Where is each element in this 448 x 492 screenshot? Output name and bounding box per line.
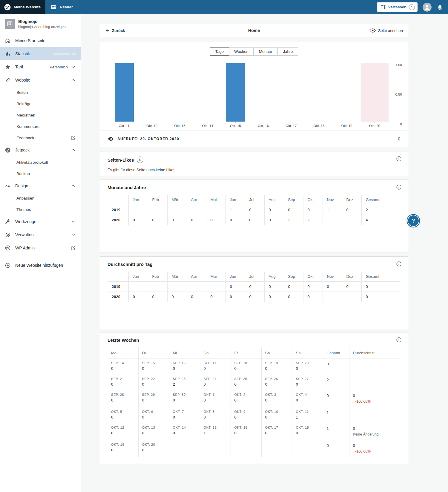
tab-wochen[interactable]: Wochen <box>229 47 254 56</box>
tab-monate[interactable]: Monate <box>253 47 278 56</box>
chart-column-okt-13[interactable] <box>166 63 194 122</box>
value-cell <box>206 205 225 215</box>
day-value: 0 <box>142 415 167 419</box>
sidebar-item-beiträge[interactable]: Beiträge <box>0 98 81 109</box>
value-cell: 0 <box>323 282 342 292</box>
compose-button[interactable]: Verfassen 1 <box>377 2 418 12</box>
view-page-label: Seite ansehen <box>378 28 403 33</box>
months-years-title: Monate und Jahre <box>108 185 146 190</box>
chart-column-okt-18[interactable] <box>305 63 333 122</box>
day-date: OKT. 5 <box>111 410 136 413</box>
column-header-fr: Fr <box>231 347 261 358</box>
sidebar-item-label: Aktivitätsprotokoll <box>16 160 48 165</box>
day-cell: OKT. 140 <box>169 423 200 440</box>
value-cell: 0 <box>284 282 303 292</box>
day-date: SEP. 14 <box>111 361 136 365</box>
sidebar-item-anpassen[interactable]: Anpassen <box>0 192 81 204</box>
chart-column-okt-15[interactable] <box>222 63 249 122</box>
column-header-mai: Mai <box>206 195 225 205</box>
bar-okt-15 <box>226 63 245 122</box>
compose-label: Verfassen <box>388 5 406 9</box>
view-page-link[interactable]: Seite ansehen <box>370 28 403 33</box>
sidebar-item-design[interactable]: Design <box>0 179 81 192</box>
site-switcher[interactable]: Blogmojo blogmojo.video.blog anzeigen <box>0 14 81 34</box>
masthead-reader[interactable]: Reader <box>45 0 78 14</box>
chart-column-okt-17[interactable] <box>277 63 305 122</box>
notifications-bell-icon[interactable] <box>437 4 443 10</box>
chart-column-okt-11[interactable] <box>110 63 138 122</box>
column-header-okt: Okt <box>303 195 323 205</box>
sidebar-item-wp-admin[interactable]: WP Admin <box>0 241 81 255</box>
back-label: Zurück <box>112 28 125 33</box>
sidebar-item-tarif[interactable]: TarifPersönlich <box>0 60 81 73</box>
sidebar-item-kommentare[interactable]: Kommentare <box>0 121 81 132</box>
sidebar-item-statistik[interactable]: Statistik <box>0 47 81 60</box>
day-value: 0 <box>142 382 167 387</box>
sidebar-item-werkzeuge[interactable]: Werkzeuge <box>0 215 81 228</box>
x-tick-label: Okt. 11 <box>110 122 138 128</box>
value-cell: 0 <box>245 292 264 302</box>
column-header-durchschnitt: Durchschnitt <box>349 347 401 358</box>
day-value[interactable]: 2 <box>173 382 198 387</box>
average-note: Keine Änderung <box>353 432 399 436</box>
value-cell: 0 <box>187 215 206 225</box>
day-date: SEP. 19 <box>265 361 290 365</box>
week-total-value: 0 <box>327 361 347 366</box>
site-subtitle[interactable]: blogmojo.video.blog anzeigen <box>18 25 66 29</box>
sidebar-item-backup[interactable]: Backup <box>0 168 81 179</box>
column-header-mär: Mär <box>167 272 187 282</box>
value-cell: 0 <box>148 292 167 302</box>
info-icon[interactable] <box>396 156 402 162</box>
sidebar-item-mediathek[interactable]: Mediathek <box>0 109 81 121</box>
column-header-so: So <box>292 347 323 358</box>
chevron-down-icon <box>70 64 76 70</box>
back-button[interactable]: Zurück <box>105 28 125 33</box>
day-date: SEP. 17 <box>204 361 229 365</box>
page-likes-card: Seiten-Likes 0 Es gibt für diese Seite n… <box>100 151 408 176</box>
sidebar-item-label: Backup <box>16 171 30 176</box>
value-cell: 0 <box>264 282 284 292</box>
day-cell: OKT. 200 <box>138 440 169 457</box>
value-cell <box>148 282 167 292</box>
day-cell: OKT. 90 <box>231 407 261 423</box>
chart-summary-row[interactable]: AUFRUFE: 20. OKTOBER 2020 0 <box>100 131 408 147</box>
sidebar-item-seiten[interactable]: Seiten <box>0 87 81 98</box>
sidebar-item-themes[interactable]: Themes <box>0 204 81 215</box>
day-value: 0 <box>173 398 198 402</box>
sidebar-item-label: Kommentare <box>16 124 39 129</box>
tab-tage[interactable]: Tage <box>210 47 229 56</box>
add-site-button[interactable]: Neue Website hinzufügen <box>0 259 81 272</box>
chart-column-okt-16[interactable] <box>249 63 277 122</box>
wordpress-logo-icon <box>4 4 11 11</box>
help-button[interactable]: ? <box>407 215 419 227</box>
cell-value[interactable]: 2 <box>308 218 310 222</box>
info-icon[interactable] <box>396 337 402 343</box>
value-cell <box>323 215 342 225</box>
chart-column-okt-19[interactable] <box>333 63 361 122</box>
sidebar-item-jetpack[interactable]: Jetpack <box>0 143 81 157</box>
info-icon[interactable] <box>396 261 402 267</box>
cell-value: 0 <box>230 284 232 289</box>
home-icon <box>5 38 11 44</box>
chart-column-okt-14[interactable] <box>194 63 222 122</box>
sidebar-item-label: Werkzeuge <box>15 219 36 224</box>
column-header-sep: Sep <box>284 195 303 205</box>
sidebar-item-meine-startseite[interactable]: Meine Startseite <box>0 34 81 47</box>
day-date: OKT. 8 <box>204 410 229 413</box>
table-row: SEP. 140SEP. 150SEP. 160SEP. 170SEP. 180… <box>108 358 401 374</box>
table-header-row: MoDiMiDoFrSaSoGesamtDurchschnitt <box>108 347 401 358</box>
chart-column-okt-12[interactable] <box>138 63 166 122</box>
sidebar-item-label: Meine Startseite <box>15 38 45 43</box>
avatar[interactable] <box>423 3 432 12</box>
recent-weeks-card: Letzte Wochen MoDiMiDoFrSaSoGesamtDurchs… <box>100 332 408 464</box>
sidebar-item-feedback[interactable]: Feedback <box>0 132 81 143</box>
chevron-down-icon <box>70 232 76 237</box>
tab-jahre[interactable]: Jahre <box>277 47 298 56</box>
info-icon[interactable] <box>396 184 402 190</box>
sidebar-item-aktivitätsprotokoll[interactable]: Aktivitätsprotokoll <box>0 157 81 168</box>
cell-value[interactable]: 2 <box>288 218 290 222</box>
sidebar-item-verwalten[interactable]: Verwalten <box>0 228 81 241</box>
sidebar-item-website[interactable]: Website <box>0 73 81 87</box>
year-cell: 2020 <box>108 215 128 225</box>
masthead-my-site[interactable]: Meine Website <box>0 0 45 14</box>
